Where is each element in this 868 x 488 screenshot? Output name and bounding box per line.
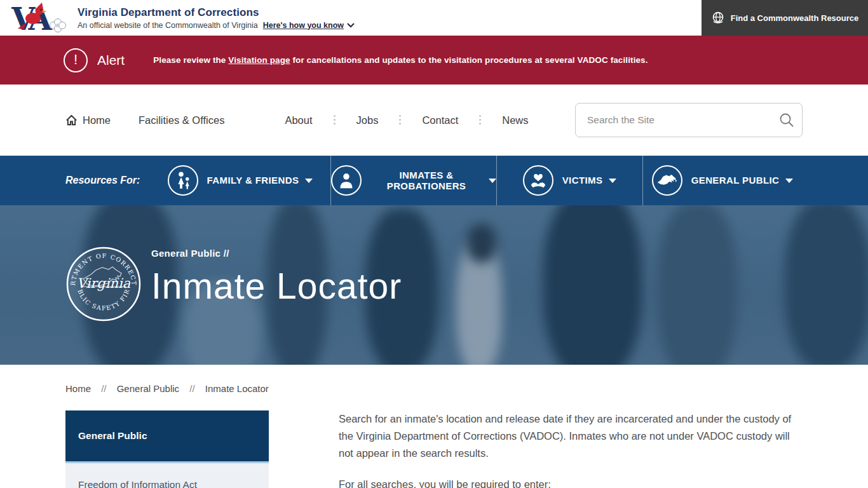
resources-inmates-probationers-label: INMATES & PROBATIONERS bbox=[370, 170, 482, 192]
official-website-text: An official website of the Commonwealth … bbox=[78, 21, 258, 30]
page-title: Inmate Locator bbox=[151, 265, 402, 307]
nav-contact[interactable]: Contact bbox=[422, 114, 458, 126]
nav-divider-dots bbox=[399, 115, 401, 117]
visitation-page-link[interactable]: Visitation page bbox=[228, 55, 290, 65]
breadcrumb-inmate-locator: Inmate Locator bbox=[205, 383, 269, 394]
globe-icon bbox=[711, 11, 725, 25]
page-content: General Public Freedom of Information Ac… bbox=[0, 394, 868, 488]
seal-middle-text: Virginia bbox=[77, 276, 131, 291]
search-requirements-intro: For all searches, you will be required t… bbox=[339, 476, 799, 488]
resources-for-label: Resources For: bbox=[0, 156, 150, 205]
nav-about[interactable]: About bbox=[285, 114, 312, 126]
resources-family-friends-label: FAMILY & FRIENDS bbox=[207, 175, 299, 186]
breadcrumb-separator: // bbox=[101, 383, 106, 394]
chevron-down-icon bbox=[609, 179, 616, 183]
nav-jobs[interactable]: Jobs bbox=[356, 114, 379, 126]
resources-for-bar: Resources For: FAMILY & FRIENDS INMATES … bbox=[0, 156, 868, 205]
alert-banner: ! Alert Please review the Visitation pag… bbox=[0, 36, 868, 85]
alert-message: Please review the Visitation page for ca… bbox=[153, 55, 648, 65]
nav-home-label: Home bbox=[83, 114, 111, 126]
hero-eyebrow[interactable]: General Public // bbox=[151, 248, 402, 259]
resources-general-public-label: GENERAL PUBLIC bbox=[691, 175, 780, 186]
breadcrumb-separator: // bbox=[189, 383, 194, 394]
va-logo-icon: VA bbox=[11, 1, 67, 34]
sidebar: General Public Freedom of Information Ac… bbox=[65, 410, 269, 488]
person-icon bbox=[331, 165, 362, 196]
alert-icon: ! bbox=[64, 48, 88, 72]
chevron-down-icon[interactable] bbox=[347, 23, 355, 28]
intro-paragraph: Search for an inmate's location and rele… bbox=[339, 410, 799, 462]
chevron-down-icon bbox=[785, 179, 793, 183]
virginia-state-icon bbox=[652, 165, 682, 196]
hands-heart-icon bbox=[523, 165, 553, 196]
resources-victims-label: VICTIMS bbox=[562, 175, 603, 186]
find-commonwealth-resource-button[interactable]: Find a Commonwealth Resource bbox=[702, 0, 868, 36]
sidebar-item-foia[interactable]: Freedom of Information Act bbox=[78, 479, 256, 488]
sidebar-item-general-public[interactable]: General Public bbox=[65, 410, 269, 463]
resources-general-public[interactable]: GENERAL PUBLIC bbox=[643, 156, 802, 205]
breadcrumb-home[interactable]: Home bbox=[65, 383, 91, 394]
site-header: VA Virginia Department of Corrections An… bbox=[0, 0, 868, 36]
vadoc-seal: DEPARTMENT OF CORRECTIONS PUBLIC SAFETY … bbox=[65, 246, 142, 322]
chevron-down-icon bbox=[489, 179, 496, 183]
main-column: Search for an inmate's location and rele… bbox=[339, 410, 799, 488]
nav-facilities-offices[interactable]: Facilities & Offices bbox=[139, 114, 224, 126]
resources-inmates-probationers[interactable]: INMATES & PROBATIONERS bbox=[330, 156, 497, 205]
nav-divider-dots bbox=[479, 115, 481, 117]
breadcrumb: Home // General Public // Inmate Locator bbox=[0, 365, 868, 394]
nav-news[interactable]: News bbox=[502, 114, 528, 126]
nav-divider-dots bbox=[334, 115, 336, 117]
resources-family-friends[interactable]: FAMILY & FRIENDS bbox=[150, 156, 330, 205]
chevron-down-icon bbox=[305, 179, 313, 183]
site-search bbox=[575, 103, 803, 137]
alert-label: Alert bbox=[97, 53, 125, 68]
search-icon[interactable] bbox=[778, 112, 795, 128]
resources-victims[interactable]: VICTIMS bbox=[497, 156, 643, 205]
family-icon bbox=[168, 165, 198, 196]
vadoc-logo[interactable]: VA bbox=[11, 1, 67, 34]
hero-banner: DEPARTMENT OF CORRECTIONS PUBLIC SAFETY … bbox=[0, 205, 868, 365]
site-title: Virginia Department of Corrections bbox=[78, 6, 355, 19]
home-icon bbox=[65, 114, 78, 126]
nav-home[interactable]: Home bbox=[65, 114, 111, 126]
main-navigation: Home Facilities & Offices About Jobs Con… bbox=[0, 85, 868, 156]
resource-button-label: Find a Commonwealth Resource bbox=[731, 13, 859, 23]
search-input[interactable] bbox=[575, 103, 803, 137]
heres-how-you-know-link[interactable]: Here's how you know bbox=[263, 21, 344, 30]
breadcrumb-general-public[interactable]: General Public bbox=[117, 383, 179, 394]
sidebar-list: Freedom of Information Act bbox=[65, 463, 269, 488]
